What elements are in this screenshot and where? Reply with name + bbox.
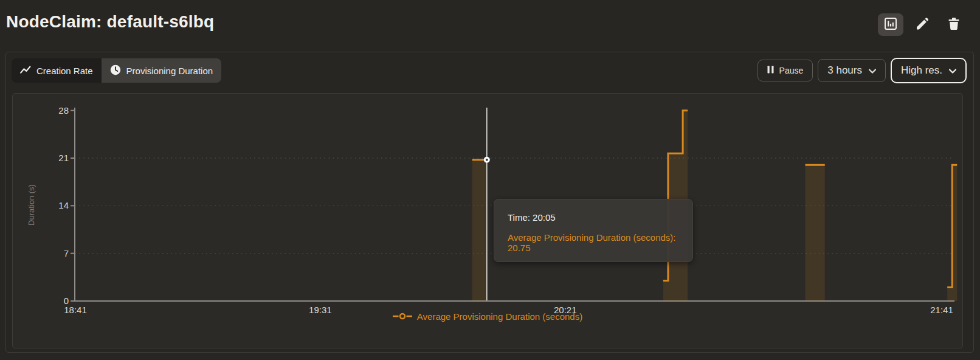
pause-icon	[767, 66, 774, 75]
header-actions	[878, 13, 967, 36]
svg-text:21: 21	[58, 153, 69, 163]
tab-provisioning-duration[interactable]: Provisioning Duration	[102, 58, 222, 83]
chevron-down-icon	[869, 64, 876, 77]
pause-label: Pause	[779, 66, 804, 75]
trash-icon	[947, 17, 961, 32]
tab-creation-rate[interactable]: Creation Rate	[12, 58, 102, 83]
resolution-value: High res.	[901, 64, 942, 77]
toolbar: Creation Rate Provisioning Duration	[12, 57, 967, 84]
svg-text:14: 14	[58, 200, 69, 210]
tab-label: Creation Rate	[36, 66, 93, 76]
time-range-select[interactable]: 3 hours	[818, 59, 886, 82]
chevron-down-icon	[949, 64, 956, 77]
chart-controls: Pause 3 hours High res.	[757, 58, 967, 83]
chart-legend: Average Provisioning Duration (seconds)	[13, 311, 962, 322]
legend-item[interactable]: Average Provisioning Duration (seconds)	[393, 311, 582, 322]
resolution-select[interactable]: High res.	[891, 58, 967, 83]
tooltip-time: Time: 20:05	[508, 212, 679, 223]
chart-svg[interactable]: 0714212818:4119:3120:2121:41	[13, 94, 962, 348]
chart-panel: Creation Rate Provisioning Duration	[5, 52, 974, 353]
chart-view-button[interactable]	[878, 13, 903, 36]
time-range-value: 3 hours	[827, 64, 862, 77]
tooltip-value: Average Provisioning Duration (seconds):…	[508, 232, 679, 253]
chart-tooltip: Time: 20:05 Average Provisioning Duratio…	[494, 199, 693, 262]
delete-button[interactable]	[941, 13, 967, 36]
edit-button[interactable]	[909, 13, 935, 36]
bar-chart-icon	[883, 16, 898, 33]
tab-label: Provisioning Duration	[126, 66, 213, 76]
page-title: NodeClaim: default-s6lbq	[6, 12, 214, 32]
chart-card: Duration (s) 0714212818:4119:3120:2121:4…	[12, 93, 963, 348]
legend-label: Average Provisioning Duration (seconds)	[417, 311, 582, 322]
tab-group: Creation Rate Provisioning Duration	[12, 58, 221, 83]
svg-text:7: 7	[64, 248, 69, 258]
trend-icon	[20, 65, 31, 76]
clock-icon	[110, 64, 121, 77]
svg-text:28: 28	[58, 105, 69, 116]
pencil-icon	[916, 17, 929, 32]
legend-marker-icon	[393, 311, 412, 322]
pause-button[interactable]: Pause	[757, 60, 813, 81]
